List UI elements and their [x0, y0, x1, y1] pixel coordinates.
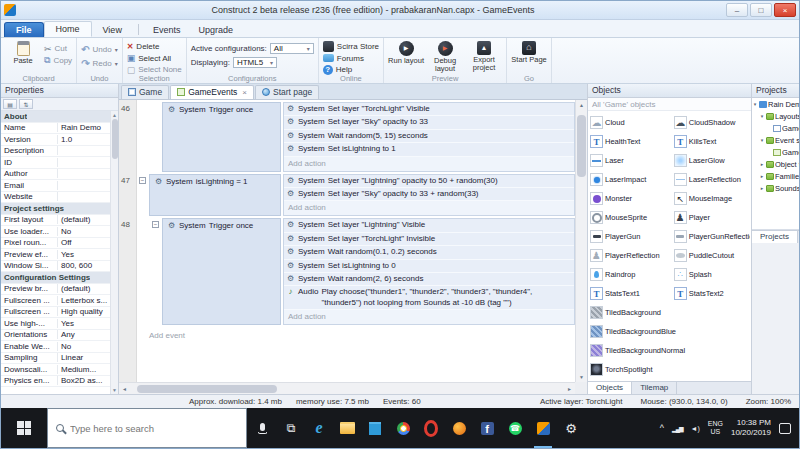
scirra-store-button[interactable]: Scirra Store	[323, 41, 379, 53]
displaying-dropdown[interactable]: HTML5▾	[233, 57, 277, 68]
object-item[interactable]: MouseImage	[673, 189, 750, 208]
property-row[interactable]: Enable We... No	[1, 341, 110, 353]
action-row[interactable]: System Set layer "TorchLight" Visible	[284, 103, 574, 116]
object-item[interactable]: LaserImpact	[589, 170, 673, 189]
tree-node[interactable]: ▾ Event sheets	[752, 134, 799, 146]
redo-button[interactable]: Redo▾	[81, 58, 118, 70]
object-item[interactable]: TiledBackground	[589, 303, 750, 322]
property-value[interactable]: (default)	[58, 215, 110, 224]
property-row[interactable]: Fullscreen ... Letterbox s...	[1, 295, 110, 307]
copy-button[interactable]: Copy	[44, 55, 72, 67]
property-row[interactable]: Website	[1, 192, 110, 204]
menu-upgrade[interactable]: Upgrade	[189, 23, 242, 37]
event-conditions[interactable]: System Trigger once	[162, 218, 281, 325]
debug-layout-button[interactable]: Debug layout	[427, 40, 463, 74]
scroll-up-arrow-icon[interactable]: ▲	[112, 112, 117, 118]
microphone-button[interactable]	[247, 408, 277, 448]
action-row[interactable]: System Set layer "Sky" opacity to 33 + r…	[284, 188, 574, 201]
taskbar-search[interactable]	[47, 408, 247, 448]
action-row[interactable]: System Wait random(2, 6) seconds	[284, 273, 574, 286]
tree-node[interactable]: ▸ Sounds	[752, 182, 799, 194]
add-action-link[interactable]: Add action	[284, 157, 574, 171]
property-row[interactable]: Pixel roun... Off	[1, 238, 110, 250]
property-value[interactable]: (default)	[58, 284, 110, 293]
property-value[interactable]: No	[58, 342, 110, 351]
object-item[interactable]: LaserReflection	[673, 170, 750, 189]
object-item[interactable]: TorchSpotlight	[589, 360, 750, 379]
taskbar-app-icon[interactable]	[333, 408, 361, 448]
network-icon[interactable]	[672, 423, 682, 433]
property-value[interactable]: Letterbox s...	[58, 296, 110, 305]
property-value[interactable]: Yes	[58, 319, 110, 328]
property-row[interactable]: ID	[1, 157, 110, 169]
event-block-47[interactable]: 47 − System isLightning = 1	[119, 174, 575, 217]
object-item[interactable]: Laser	[589, 151, 673, 170]
event-block-46[interactable]: 46 System Trigger once	[119, 102, 575, 172]
property-row[interactable]: Downscali... Medium...	[1, 364, 110, 376]
object-item[interactable]: Cloud	[589, 113, 673, 132]
tree-node[interactable]: Game	[752, 122, 799, 134]
condition-row[interactable]: System Trigger once	[165, 220, 278, 232]
vertical-scrollbar[interactable]: ▲ ▼	[575, 100, 587, 382]
tree-node[interactable]: ▸ Object types	[752, 158, 799, 170]
tab-layers[interactable]: Layers	[798, 231, 799, 243]
property-row[interactable]: Configuration Settings	[1, 272, 110, 284]
scrollbar-thumb[interactable]	[112, 119, 118, 159]
property-value[interactable]: Medium...	[58, 365, 110, 374]
property-value[interactable]: High quality	[58, 307, 110, 316]
object-item[interactable]: TiledBackgroundNormal	[589, 341, 750, 360]
condition-row[interactable]: System Trigger once	[165, 104, 278, 116]
property-value[interactable]: 800, 600	[58, 261, 110, 270]
property-row[interactable]: Physics en... Box2D as...	[1, 376, 110, 388]
scrollbar-thumb[interactable]	[137, 385, 277, 393]
property-row[interactable]: Use high-... Yes	[1, 318, 110, 330]
export-project-button[interactable]: Export project	[466, 40, 502, 73]
action-row[interactable]: System Set layer "TorchLight" Invisible	[284, 233, 574, 246]
search-input[interactable]	[70, 423, 238, 434]
taskbar-app-icon[interactable]	[473, 408, 501, 448]
taskbar-app-icon[interactable]	[557, 408, 585, 448]
forums-button[interactable]: Forums	[323, 53, 379, 65]
scroll-right-arrow-icon[interactable]: ►	[567, 386, 572, 392]
object-item[interactable]: CloudShadow	[673, 113, 750, 132]
property-value[interactable]: Off	[58, 238, 110, 247]
object-item[interactable]: StatsText1	[589, 284, 673, 303]
tree-node[interactable]: GameEvents	[752, 146, 799, 158]
property-value[interactable]: Rain Demo	[58, 123, 110, 132]
action-row[interactable]: System Set layer "Lightning" Visible	[284, 219, 574, 232]
property-row[interactable]: Version 1.0	[1, 134, 110, 146]
tab-home[interactable]: Home	[44, 21, 92, 37]
property-row[interactable]: Email	[1, 180, 110, 192]
taskbar-app-icon[interactable]	[417, 408, 445, 448]
scrollbar-thumb[interactable]	[577, 115, 586, 177]
scroll-down-arrow-icon[interactable]: ▼	[579, 374, 584, 380]
property-row[interactable]: First layout (default)	[1, 215, 110, 227]
taskbar-app-icon[interactable]	[361, 408, 389, 448]
object-item[interactable]: PlayerGun	[589, 227, 673, 246]
start-page-button[interactable]: Start Page	[511, 40, 547, 64]
tree-node[interactable]: ▾ Layouts	[752, 110, 799, 122]
cut-button[interactable]: Cut	[44, 43, 72, 55]
object-item[interactable]: PuddleCutout	[673, 246, 750, 265]
taskbar-app-icon[interactable]	[445, 408, 473, 448]
object-item[interactable]: HealthText	[589, 132, 673, 151]
delete-button[interactable]: Delete	[127, 41, 182, 53]
property-row[interactable]: Fullscreen ... High quality	[1, 307, 110, 319]
alphabetical-sort-button[interactable]: ⇅	[19, 99, 33, 109]
object-item[interactable]: Splash	[673, 265, 750, 284]
show-hidden-icons-chevron[interactable]: ^	[660, 423, 664, 433]
object-item[interactable]: MouseSprite	[589, 208, 673, 227]
action-row[interactable]: System Set layer "Sky" opacity to 33	[284, 116, 574, 129]
scroll-down-arrow-icon[interactable]: ▼	[112, 387, 117, 393]
tree-expander-icon[interactable]: ▸	[759, 173, 765, 179]
taskbar-app-icon[interactable]	[529, 408, 557, 448]
collapse-event-icon[interactable]: −	[139, 177, 146, 184]
property-value[interactable]: No	[58, 227, 110, 236]
tab-objects[interactable]: Objects	[588, 382, 632, 394]
properties-scrollbar[interactable]: ▲ ▼	[110, 111, 118, 394]
action-row[interactable]: System Set isLightning to 1	[284, 143, 574, 156]
property-value[interactable]: Yes	[58, 250, 110, 259]
active-configurations-dropdown[interactable]: All▾	[270, 43, 314, 54]
start-button[interactable]	[1, 408, 47, 448]
action-row[interactable]: System Set isLightning to 0	[284, 260, 574, 273]
